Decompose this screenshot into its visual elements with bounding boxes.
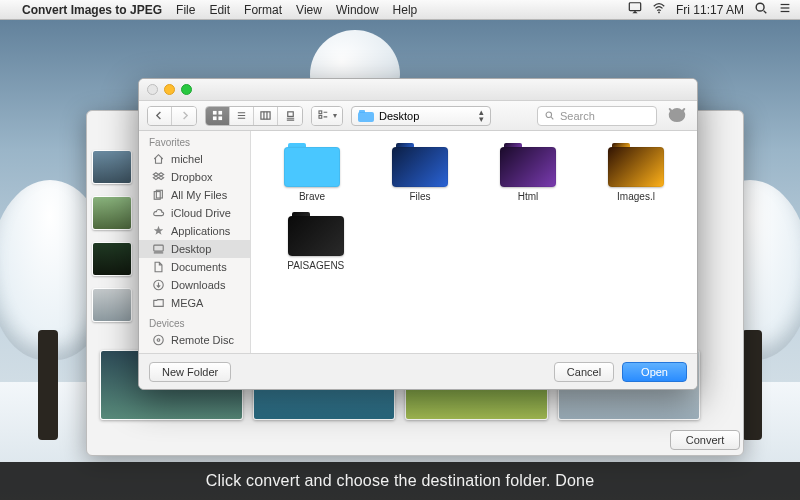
traffic-light-minimize[interactable] [164,84,175,95]
sidebar-section-favorites: Favorites [139,131,250,150]
nav-back-forward[interactable] [147,106,197,126]
new-folder-button[interactable]: New Folder [149,362,231,382]
svg-point-2 [756,3,764,11]
app-badge-icon [665,106,689,126]
sidebar: Favorites michelDropboxAll My FilesiClou… [139,131,251,353]
svg-point-23 [546,112,552,118]
traffic-light-zoom[interactable] [181,84,192,95]
home-icon [151,153,165,165]
sidebar-item-label: Downloads [171,279,225,291]
svg-rect-26 [153,245,162,251]
file-name: Files [409,191,430,202]
wifi-icon[interactable] [652,1,666,18]
sidebar-item-label: Dropbox [171,171,213,183]
stepper-arrows-icon: ▴▾ [479,109,484,123]
dialog-toolbar: ▾ Desktop ▴▾ Search [139,101,697,131]
open-button[interactable]: Open [622,362,687,382]
sidebar-item-icloud-drive[interactable]: iCloud Drive [139,204,250,222]
file-tile[interactable]: PAISAGENS [263,212,369,271]
tutorial-caption: Click convert and choose the destination… [0,462,800,500]
dropbox-icon [151,171,165,183]
apps-icon [151,225,165,237]
spotlight-icon[interactable] [754,1,768,18]
menu-window[interactable]: Window [336,3,379,17]
disc-icon [151,334,165,346]
desktop-icon [151,243,165,255]
sidebar-item-all-my-files[interactable]: All My Files [139,186,250,204]
svg-rect-6 [213,111,217,115]
svg-point-1 [658,12,660,14]
traffic-light-close[interactable] [147,84,158,95]
sidebar-item-downloads[interactable]: Downloads [139,276,250,294]
file-name: PAISAGENS [287,260,344,271]
file-browser[interactable]: Brave Files Html Images.l PAISAGENS [251,131,697,353]
downloads-icon [151,279,165,291]
svg-rect-9 [218,116,222,120]
sidebar-item-dropbox[interactable]: Dropbox [139,168,250,186]
file-name: Images.l [617,191,655,202]
svg-rect-8 [213,116,217,120]
file-tile[interactable]: Images.l [587,143,685,202]
all-files-icon [151,189,165,201]
svg-rect-13 [261,112,270,119]
file-name: Brave [299,191,325,202]
arrange-button[interactable]: ▾ [312,107,342,125]
file-tile[interactable]: Files [371,143,469,202]
sidebar-item-label: Applications [171,225,230,237]
sidebar-item-label: MEGA [171,297,203,309]
notification-center-icon[interactable] [778,1,792,18]
menu-view[interactable]: View [296,3,322,17]
search-input[interactable]: Search [537,106,657,126]
sidebar-item-label: All My Files [171,189,227,201]
sidebar-item-desktop[interactable]: Desktop [139,240,250,258]
menubar-clock[interactable]: Fri 11:17 AM [676,3,744,17]
sidebar-section-devices: Devices [139,312,250,331]
sidebar-item-applications[interactable]: Applications [139,222,250,240]
converter-thumbnails-left [92,150,132,322]
file-tile[interactable]: Html [479,143,577,202]
svg-rect-20 [319,116,322,119]
menubar: Convert Images to JPEG File Edit Format … [0,0,800,20]
sidebar-item-documents[interactable]: Documents [139,258,250,276]
sidebar-item-remote-disc[interactable]: Remote Disc [139,331,250,349]
menu-file[interactable]: File [176,3,195,17]
open-dialog: ▾ Desktop ▴▾ Search Favorites miche [138,78,698,390]
arrange-menu[interactable]: ▾ [311,106,343,126]
sidebar-item-label: Desktop [171,243,211,255]
search-icon [544,110,555,121]
svg-rect-19 [319,111,322,114]
view-coverflow-button[interactable] [278,107,302,125]
sidebar-item-label: iCloud Drive [171,207,231,219]
location-dropdown[interactable]: Desktop ▴▾ [351,106,491,126]
nav-forward-button[interactable] [172,107,196,125]
nav-back-button[interactable] [148,107,172,125]
icloud-icon [151,207,165,219]
sidebar-item-mega[interactable]: MEGA [139,294,250,312]
dialog-titlebar [139,79,697,101]
documents-icon [151,261,165,273]
svg-point-29 [153,335,162,344]
folder-icon [151,297,165,309]
file-tile[interactable]: Brave [263,143,361,202]
folder-icon [358,110,374,122]
sidebar-item-label: Remote Disc [171,334,234,346]
svg-rect-16 [287,112,293,117]
cancel-button[interactable]: Cancel [554,362,614,382]
menu-help[interactable]: Help [393,3,418,17]
dialog-bottom-bar: New Folder Cancel Open [139,353,697,389]
view-switcher[interactable] [205,106,303,126]
search-placeholder: Search [560,110,595,122]
menu-edit[interactable]: Edit [209,3,230,17]
sidebar-item-label: Documents [171,261,227,273]
svg-point-30 [157,339,160,342]
convert-button[interactable]: Convert [670,430,740,450]
airplay-icon[interactable] [628,1,642,18]
svg-rect-7 [218,111,222,115]
view-columns-button[interactable] [254,107,278,125]
menu-format[interactable]: Format [244,3,282,17]
app-name[interactable]: Convert Images to JPEG [22,3,162,17]
view-list-button[interactable] [230,107,254,125]
location-label: Desktop [379,110,419,122]
sidebar-item-michel[interactable]: michel [139,150,250,168]
view-icons-button[interactable] [206,107,230,125]
